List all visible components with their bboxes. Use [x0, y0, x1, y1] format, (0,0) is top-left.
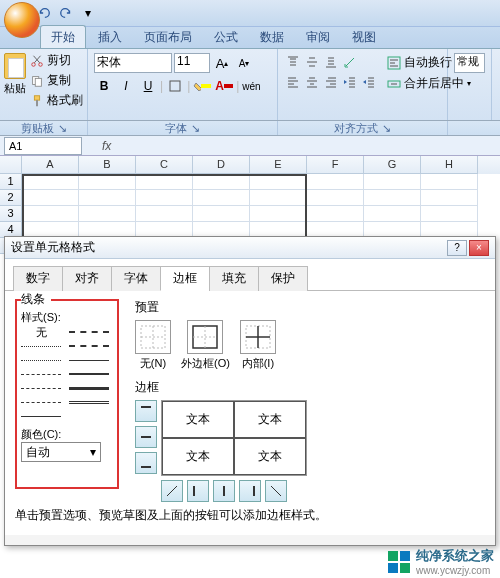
- cut-button[interactable]: 剪切: [28, 51, 85, 70]
- col-header-a[interactable]: A: [22, 156, 79, 174]
- grow-font-button[interactable]: A▴: [212, 53, 232, 73]
- col-header-c[interactable]: C: [136, 156, 193, 174]
- tab-page-layout[interactable]: 页面布局: [134, 26, 202, 48]
- dlg-tab-number[interactable]: 数字: [13, 266, 63, 291]
- dlg-tab-fill[interactable]: 填充: [209, 266, 259, 291]
- paste-button[interactable]: 粘贴: [4, 51, 26, 120]
- border-hmid-button[interactable]: [135, 426, 157, 448]
- office-button[interactable]: [4, 2, 40, 38]
- style-swatch[interactable]: [69, 355, 109, 365]
- row-header[interactable]: 2: [0, 190, 22, 206]
- dialog-close-button[interactable]: ×: [469, 240, 489, 256]
- dialog-title: 设置单元格格式: [11, 239, 95, 256]
- font-size-select[interactable]: 11: [174, 53, 210, 73]
- dialog-help-button[interactable]: ?: [447, 240, 467, 256]
- tab-view[interactable]: 视图: [342, 26, 386, 48]
- style-swatch[interactable]: [21, 341, 61, 351]
- style-swatch[interactable]: [69, 341, 109, 351]
- style-swatch[interactable]: [69, 327, 109, 337]
- border-top-button[interactable]: [135, 400, 157, 422]
- redo-button[interactable]: [56, 3, 76, 23]
- style-none[interactable]: 无: [21, 327, 61, 337]
- style-swatch[interactable]: [21, 411, 61, 421]
- clipboard-launcher[interactable]: ↘: [58, 122, 67, 135]
- color-label: 颜色(C):: [21, 427, 113, 442]
- ribbon: 粘贴 剪切 复制 格式刷 宋体 11 A▴ A▾ B I U | |: [0, 49, 500, 121]
- dialog-tab-strip: 数字 对齐 字体 边框 填充 保护: [5, 259, 495, 291]
- font-color-button[interactable]: A: [214, 76, 234, 96]
- row-header[interactable]: 3: [0, 206, 22, 222]
- align-launcher[interactable]: ↘: [382, 122, 391, 135]
- bold-button[interactable]: B: [94, 76, 114, 96]
- tab-home[interactable]: 开始: [40, 25, 86, 48]
- style-swatch[interactable]: [69, 383, 109, 393]
- italic-button[interactable]: I: [116, 76, 136, 96]
- tab-insert[interactable]: 插入: [88, 26, 132, 48]
- style-swatch[interactable]: [69, 397, 109, 407]
- border-diag-down-button[interactable]: [265, 480, 287, 502]
- style-swatch[interactable]: [69, 369, 109, 379]
- tab-review[interactable]: 审阅: [296, 26, 340, 48]
- orientation-button[interactable]: [341, 53, 359, 71]
- align-middle-button[interactable]: [303, 53, 321, 71]
- dlg-tab-font[interactable]: 字体: [111, 266, 161, 291]
- border-diag-up-button[interactable]: [161, 480, 183, 502]
- line-color-select[interactable]: 自动▾: [21, 442, 101, 462]
- row-header[interactable]: 1: [0, 174, 22, 190]
- underline-button[interactable]: U: [138, 76, 158, 96]
- copy-button[interactable]: 复制: [28, 71, 85, 90]
- fill-color-button[interactable]: [192, 76, 212, 96]
- format-painter-button[interactable]: 格式刷: [28, 91, 85, 110]
- font-launcher[interactable]: ↘: [191, 122, 200, 135]
- style-swatch[interactable]: [21, 383, 61, 393]
- watermark: 纯净系统之家 www.ycwzjy.com: [388, 547, 494, 576]
- phonetic-button[interactable]: wén: [241, 76, 261, 96]
- style-swatch[interactable]: [21, 355, 61, 365]
- preset-outline-button[interactable]: 外边框(O): [181, 320, 230, 371]
- dlg-tab-border[interactable]: 边框: [160, 266, 210, 291]
- border-left-button[interactable]: [187, 480, 209, 502]
- line-section-label: 线条: [21, 291, 51, 308]
- select-all-corner[interactable]: [0, 156, 22, 174]
- col-header-b[interactable]: B: [79, 156, 136, 174]
- shrink-font-button[interactable]: A▾: [234, 53, 254, 73]
- col-header-e[interactable]: E: [250, 156, 307, 174]
- hint-text: 单击预置选项、预览草图及上面的按钮可以添加边框样式。: [15, 507, 327, 524]
- col-header-g[interactable]: G: [364, 156, 421, 174]
- font-name-select[interactable]: 宋体: [94, 53, 172, 73]
- qat-customize[interactable]: ▾: [78, 3, 98, 23]
- dlg-tab-alignment[interactable]: 对齐: [62, 266, 112, 291]
- style-swatch[interactable]: [21, 397, 61, 407]
- align-right-button[interactable]: [322, 73, 340, 91]
- col-header-h[interactable]: H: [421, 156, 478, 174]
- decrease-indent-button[interactable]: [341, 73, 359, 91]
- align-left-button[interactable]: [284, 73, 302, 91]
- increase-indent-button[interactable]: [360, 73, 378, 91]
- chevron-down-icon: ▾: [90, 445, 96, 459]
- border-vmid-button[interactable]: [213, 480, 235, 502]
- ribbon-tab-strip: 开始 插入 页面布局 公式 数据 审阅 视图: [0, 27, 500, 49]
- col-header-f[interactable]: F: [307, 156, 364, 174]
- align-center-button[interactable]: [303, 73, 321, 91]
- border-preview[interactable]: 文本 文本 文本 文本: [161, 400, 307, 476]
- style-swatch[interactable]: [21, 369, 61, 379]
- col-header-d[interactable]: D: [193, 156, 250, 174]
- tab-formulas[interactable]: 公式: [204, 26, 248, 48]
- watermark-url: www.ycwzjy.com: [416, 565, 494, 576]
- border-button[interactable]: [165, 76, 185, 96]
- border-right-button[interactable]: [239, 480, 261, 502]
- name-box[interactable]: A1: [4, 137, 82, 155]
- wrap-icon: [387, 56, 401, 70]
- dlg-tab-protection[interactable]: 保护: [258, 266, 308, 291]
- preset-inside-button[interactable]: 内部(I): [240, 320, 276, 371]
- number-format-select[interactable]: 常规: [454, 53, 485, 73]
- formula-bar: A1 fx: [0, 136, 500, 156]
- align-bottom-button[interactable]: [322, 53, 340, 71]
- tab-data[interactable]: 数据: [250, 26, 294, 48]
- merge-icon: [387, 77, 401, 91]
- border-bottom-button[interactable]: [135, 452, 157, 474]
- preset-none-button[interactable]: 无(N): [135, 320, 171, 371]
- title-bar: ▾: [0, 0, 500, 27]
- align-top-button[interactable]: [284, 53, 302, 71]
- line-style-picker[interactable]: 无: [21, 327, 113, 421]
